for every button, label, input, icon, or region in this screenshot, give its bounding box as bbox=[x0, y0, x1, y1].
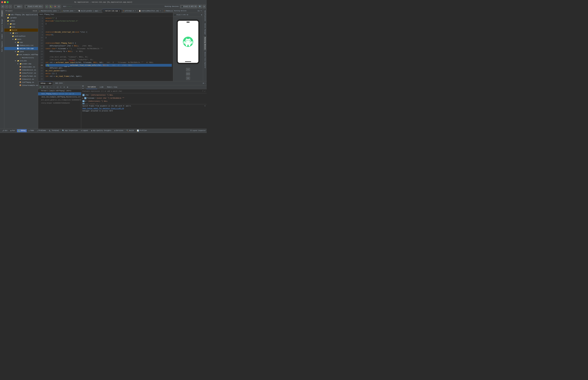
list-item[interactable]: ▼ 📁 jniLibs bbox=[4, 59, 38, 62]
debug-button[interactable]: 🐛 bbox=[49, 5, 53, 8]
tab-close-icon[interactable]: × bbox=[57, 10, 59, 12]
tab-close-icon-3[interactable]: × bbox=[99, 10, 101, 12]
tab-close-icon-2[interactable]: × bbox=[74, 10, 76, 12]
close-button[interactable] bbox=[1, 1, 3, 3]
list-item[interactable]: 📄 CMakeLists.txt bbox=[4, 44, 38, 47]
tab-app-inspection[interactable]: 🔍 App Inspection bbox=[61, 129, 79, 132]
settings-device-icon[interactable]: ⚙ bbox=[198, 10, 199, 12]
list-item[interactable]: 📦 libswresample.so bbox=[4, 84, 38, 87]
debug-app-java-tab[interactable]: app-java bbox=[54, 81, 64, 85]
list-item[interactable]: ▼ 📁 cpp bbox=[4, 41, 38, 44]
frame-item[interactable]: art_quick_generic_jni_trampoline 0x00000… bbox=[38, 98, 81, 101]
device-selector[interactable]: 📱 Pixel 5 API 33 ▾ bbox=[24, 5, 43, 8]
frames-button[interactable]: ≡ bbox=[63, 86, 65, 89]
stop-button[interactable]: ■ bbox=[54, 5, 57, 8]
code-editor[interactable]: 3 4 5 6 7 8 9 10 11 12 13 14 15 16 bbox=[38, 16, 173, 81]
list-item[interactable]: 📦 libavutil.so bbox=[4, 78, 38, 81]
ratio-button[interactable]: 1:1 bbox=[186, 72, 190, 76]
close-device-icon[interactable]: × bbox=[201, 10, 202, 12]
list-item[interactable]: ▼ 📁 app bbox=[4, 22, 38, 25]
list-item[interactable]: 📁 cxx bbox=[4, 25, 38, 29]
list-item[interactable]: 📁 .idea bbox=[4, 19, 38, 22]
forward-button[interactable]: → bbox=[9, 5, 12, 8]
var-item[interactable]: i d = {AVDictionary *} NULL bbox=[81, 100, 207, 103]
tab-run[interactable]: ▶ Run bbox=[9, 129, 16, 132]
step-out-button[interactable]: ↑ bbox=[53, 86, 55, 89]
minimize-button[interactable] bbox=[4, 1, 6, 3]
tab-close-icon-4[interactable]: × bbox=[119, 10, 121, 12]
debug-close-icon[interactable]: − bbox=[204, 82, 205, 84]
tab-build[interactable]: 🔨 Build bbox=[125, 129, 135, 132]
active-file-item[interactable]: 📄 native-lib.cpp bbox=[4, 47, 38, 50]
list-item[interactable]: 📦 libavfilter.so bbox=[4, 72, 38, 75]
sidebar-item-resource-manager[interactable]: Resource Manager bbox=[1, 18, 3, 33]
evaluate-button[interactable]: = bbox=[59, 86, 62, 89]
pause-button[interactable]: ⏸ bbox=[42, 86, 45, 89]
tab-gradle[interactable]: 🐘 build.gradle (.app) × bbox=[77, 9, 102, 13]
tab-close-icon-5[interactable]: × bbox=[134, 10, 136, 12]
list-item[interactable]: 📦 libavformat.so bbox=[4, 75, 38, 78]
step-over-button[interactable]: ⤵ bbox=[46, 86, 49, 89]
settings-button[interactable]: ⚙ bbox=[203, 5, 206, 8]
tab-device-file-explorer[interactable]: Device File Explorer bbox=[204, 51, 206, 69]
expand-device-icon[interactable]: ⤢ bbox=[199, 10, 201, 12]
expand-expr-icon[interactable]: ⤢ bbox=[204, 90, 205, 92]
tab-cmake[interactable]: C CMakeLists.txt × bbox=[163, 9, 173, 13]
debug-app-tab[interactable]: Debug: ✓ app bbox=[39, 81, 53, 85]
tab-device-manager[interactable]: Device Manager bbox=[204, 22, 206, 36]
device-action-icon[interactable]: ⚙ bbox=[201, 14, 202, 16]
sidebar-item-pull-requests[interactable]: Pull Requests bbox=[1, 40, 3, 53]
sidebar-item-project[interactable]: Project bbox=[1, 10, 3, 17]
tab-running-devices[interactable]: Running Devices bbox=[204, 36, 206, 51]
tab-close-icon-6[interactable]: × bbox=[160, 10, 161, 12]
tab-problems[interactable]: ⚠ Problems bbox=[36, 129, 47, 132]
tree-root[interactable]: ▼ 📁 ndk-ffmpeg [My Application] bbox=[4, 13, 38, 16]
var-item[interactable]: i ret = {int} -2 bbox=[81, 103, 207, 104]
list-item[interactable]: ▼ 📁 main bbox=[4, 38, 38, 41]
layout-inspector-label[interactable]: ☰ Layout Inspector bbox=[190, 130, 206, 132]
list-item[interactable]: ▼ 📁 src bbox=[4, 32, 38, 35]
back-button[interactable]: ← bbox=[5, 5, 8, 8]
expand-var-icon[interactable]: ▶ bbox=[82, 97, 83, 99]
settings-debug-icon[interactable]: ⚙ bbox=[66, 86, 69, 89]
tab-profiler[interactable]: 📊 Profiler bbox=[136, 129, 148, 132]
running-device-dropdown[interactable]: 📱 Pixel 5 API 33 bbox=[180, 5, 197, 8]
logcat-link[interactable]: Open logcat panel for emulator Pixel_5_A… bbox=[82, 108, 124, 109]
list-item[interactable]: 📁 .gradle bbox=[4, 16, 38, 19]
tab-mainactivity[interactable]: ☕ MainActivity.java × bbox=[38, 9, 61, 13]
run-to-cursor-button[interactable]: →| bbox=[56, 86, 59, 89]
project-selector[interactable]: 📱 app ▾ bbox=[14, 5, 22, 8]
run-button[interactable]: ▶ bbox=[45, 5, 48, 8]
clear-icon[interactable]: × bbox=[202, 90, 203, 92]
list-item[interactable]: 📁 androidTest bbox=[4, 35, 38, 38]
tab-services[interactable]: ⚙ Services bbox=[113, 129, 124, 132]
list-item[interactable]: 📦 libavcodec.so bbox=[4, 65, 38, 69]
tab-manifest[interactable]: 📋 AndroidManifest.xml × bbox=[138, 9, 163, 13]
list-item[interactable]: 📦 libavdevice.so bbox=[4, 69, 38, 72]
step-into-button[interactable]: ↓ bbox=[49, 86, 52, 89]
list-item[interactable]: 📁 build bbox=[4, 29, 38, 32]
filter-vars-button[interactable]: ⊞ ▾ bbox=[82, 86, 85, 89]
list-item[interactable]: ☕ MainActivity bbox=[4, 56, 38, 59]
var-item[interactable]: ▶ i filename = {const char *} 0x78b18b6c… bbox=[81, 97, 207, 100]
menu-button[interactable]: ☰ bbox=[1, 5, 4, 8]
frame-item[interactable]: nterp_helper 0x000000793b80a2b4 bbox=[38, 101, 81, 105]
tab-notifications[interactable]: Notifications bbox=[204, 10, 206, 22]
gear-icon[interactable]: ⚙ bbox=[33, 10, 34, 12]
frame-item[interactable]: test_ffmpeg_func() native-lib.cpp:20 bbox=[38, 92, 81, 95]
tab-memory-view[interactable]: Memory View bbox=[106, 85, 118, 89]
zoom-in-button[interactable]: + bbox=[186, 68, 190, 71]
maximize-button[interactable] bbox=[7, 1, 9, 3]
collapse-icon[interactable]: ⊟ bbox=[36, 10, 37, 12]
fit-button[interactable]: ⊡ bbox=[186, 76, 190, 80]
tab-avformat[interactable]: H avformat.h × bbox=[122, 9, 138, 13]
list-item[interactable]: 📁 com.example.ndkffmpeg bbox=[4, 53, 38, 56]
tab-terminal[interactable]: $_ Terminal bbox=[48, 129, 60, 132]
sync-tree-icon[interactable]: ⇅ bbox=[34, 10, 35, 12]
list-item[interactable]: 📦 libffmpeg.so bbox=[4, 81, 38, 84]
tab-native-lib[interactable]: C native-lib.cpp × bbox=[102, 9, 122, 13]
sync-button[interactable]: ⟳ bbox=[57, 5, 61, 8]
thread-item[interactable]: ✓ Thread-1-[ample.ndkffmpeg] (4074) bbox=[38, 89, 81, 92]
list-item[interactable]: ▼ 📁 java bbox=[4, 50, 38, 53]
list-item[interactable]: ▼ 📁 arm64-v8a bbox=[4, 62, 38, 65]
